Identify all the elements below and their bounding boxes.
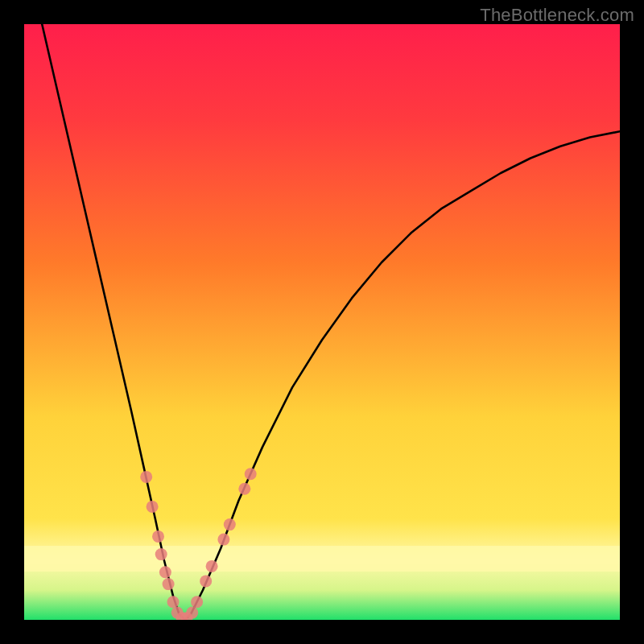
plot-area — [24, 24, 620, 620]
watermark-text: TheBottleneck.com — [480, 5, 634, 26]
data-marker — [200, 575, 212, 587]
data-marker — [206, 560, 218, 572]
data-marker — [152, 530, 164, 543]
data-marker — [147, 501, 159, 513]
plot-svg — [24, 24, 620, 620]
data-marker — [217, 534, 229, 546]
data-marker — [245, 468, 257, 480]
gradient-background — [24, 24, 620, 620]
outer-frame: TheBottleneck.com — [0, 0, 644, 644]
data-marker — [238, 483, 250, 495]
data-marker — [140, 471, 152, 483]
pale-band — [24, 546, 620, 572]
data-marker — [159, 566, 171, 578]
data-marker — [163, 578, 175, 590]
data-marker — [186, 607, 198, 619]
data-marker — [167, 596, 180, 608]
data-marker — [191, 596, 203, 608]
data-marker — [224, 518, 236, 530]
data-marker — [155, 548, 167, 560]
